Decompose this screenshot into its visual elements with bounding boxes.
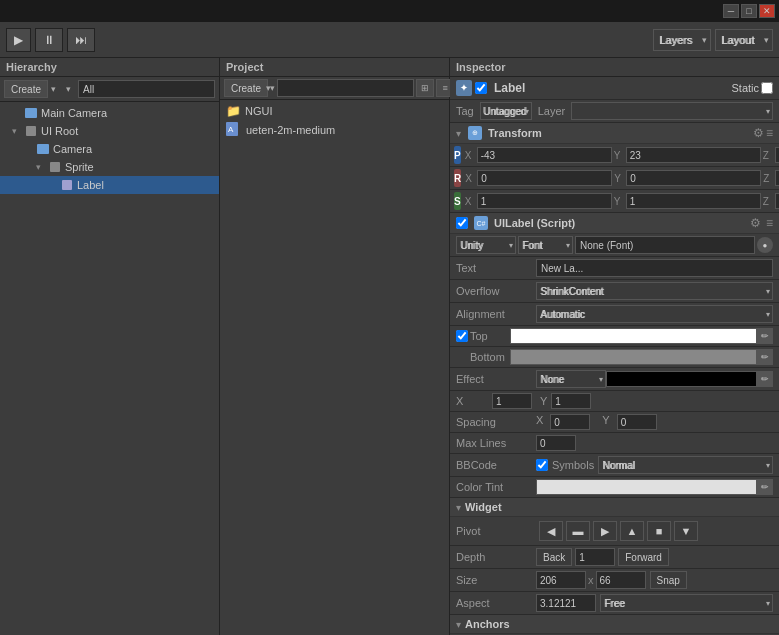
layout-dropdown[interactable]: Layout <box>715 29 773 51</box>
uilabel-icon: C# <box>474 216 488 230</box>
rotation-label[interactable]: R <box>454 169 461 187</box>
hierarchy-ui-root[interactable]: ▾ UI Root <box>0 122 219 140</box>
uilabel-settings-icon[interactable]: ⚙ <box>750 216 761 230</box>
scale-y-input[interactable] <box>626 193 761 209</box>
text-input[interactable] <box>536 259 773 277</box>
pivot-up-button[interactable]: ▲ <box>620 521 644 541</box>
sz-label: Z <box>763 196 773 207</box>
hierarchy-search-input[interactable] <box>78 80 215 98</box>
static-checkbox[interactable] <box>761 82 773 94</box>
pause-button[interactable]: ⏸ <box>35 28 63 52</box>
play-button[interactable]: ▶ <box>6 28 31 52</box>
widget-arrow: ▾ <box>456 502 461 513</box>
transform-rotation-row: R X Y Z <box>450 167 779 190</box>
hierarchy-sprite[interactable]: ▾ Sprite <box>0 158 219 176</box>
project-tree: 📁 NGUI A ueten-2m-medium <box>220 100 449 635</box>
position-x-input[interactable] <box>477 147 612 163</box>
unity-dropdown[interactable]: Unity <box>456 236 516 254</box>
x-size-input[interactable] <box>492 393 532 409</box>
layers-dropdown[interactable]: Layers <box>653 29 711 51</box>
bbcode-checkbox[interactable] <box>536 459 548 471</box>
bottom-color-box[interactable] <box>510 349 757 365</box>
colortint-picker-button[interactable]: ✏ <box>757 479 773 495</box>
alignment-dropdown[interactable]: Automatic <box>536 305 773 323</box>
colortint-color-box[interactable] <box>536 479 757 495</box>
position-y-input[interactable] <box>626 147 761 163</box>
pivot-center-button[interactable]: ▬ <box>566 521 590 541</box>
gradient-bottom-row: Bottom ✏ <box>450 347 779 368</box>
transform-menu-icon[interactable]: ≡ <box>766 126 773 140</box>
top-color-box[interactable] <box>510 328 757 344</box>
uilabel-active-checkbox[interactable] <box>456 217 468 229</box>
project-create-button[interactable]: Create <box>224 79 268 97</box>
project-search-input[interactable] <box>277 79 414 97</box>
object-active-checkbox[interactable] <box>475 82 487 94</box>
scale-label[interactable]: S <box>454 192 461 210</box>
font-pick-button[interactable]: ● <box>757 237 773 253</box>
y-size-input[interactable] <box>551 393 591 409</box>
effect-dropdown[interactable]: None <box>536 370 606 388</box>
overflow-dropdown[interactable]: ShrinkContent <box>536 282 773 300</box>
close-button[interactable]: ✕ <box>759 4 775 18</box>
sy-label: Y <box>614 196 624 207</box>
project-icon-btn-1[interactable]: ⊞ <box>416 79 434 97</box>
rotation-x-input[interactable] <box>477 170 612 186</box>
aspect-value-input[interactable] <box>536 594 596 612</box>
depth-back-button[interactable]: Back <box>536 548 572 566</box>
hierarchy-create-button[interactable]: Create <box>4 80 48 98</box>
uilabel-menu-icon[interactable]: ≡ <box>766 216 773 230</box>
aspect-type-dropdown[interactable]: Free <box>600 594 773 612</box>
depth-input[interactable] <box>575 548 615 566</box>
maximize-button[interactable]: □ <box>741 4 757 18</box>
symbols-dropdown[interactable]: Normal <box>598 456 773 474</box>
rotation-z-input[interactable] <box>775 170 779 186</box>
size-width-input[interactable] <box>536 571 586 589</box>
hierarchy-title: Hierarchy <box>6 61 57 73</box>
size-height-input[interactable] <box>596 571 646 589</box>
project-item-ngui[interactable]: 📁 NGUI <box>220 102 449 120</box>
layer-select[interactable] <box>571 102 773 120</box>
pivot-right-button[interactable]: ▶ <box>593 521 617 541</box>
font-type-dropdown[interactable]: Font <box>518 236 573 254</box>
camera-icon <box>24 106 38 120</box>
top-color-picker-button[interactable]: ✏ <box>757 328 773 344</box>
widget-header[interactable]: ▾ Widget <box>450 498 779 517</box>
camera-icon-2 <box>36 142 50 156</box>
hierarchy-create-arrow[interactable]: ▾ <box>51 84 56 94</box>
project-panel: Project Create ▾ ⊞ ≡ 📁 NGUI A ueten-2m-m… <box>220 58 450 635</box>
overflow-label: Overflow <box>456 285 536 297</box>
pivot-down-button[interactable]: ▼ <box>674 521 698 541</box>
depth-forward-button[interactable]: Forward <box>618 548 669 566</box>
pivot-middle-button[interactable]: ■ <box>647 521 671 541</box>
scale-x-input[interactable] <box>477 193 612 209</box>
hierarchy-main-camera[interactable]: Main Camera <box>0 104 219 122</box>
hierarchy-panel: Hierarchy Create ▾ Main Camera ▾ U <box>0 58 220 635</box>
colortint-label: Color Tint <box>456 481 536 493</box>
effect-color-picker-button[interactable]: ✏ <box>757 371 773 387</box>
project-item-font[interactable]: A ueten-2m-medium <box>220 120 449 140</box>
maxlines-input[interactable] <box>536 435 576 451</box>
rotation-y-input[interactable] <box>626 170 761 186</box>
hierarchy-camera[interactable]: Camera <box>0 140 219 158</box>
snap-button[interactable]: Snap <box>650 571 687 589</box>
scale-z-input[interactable] <box>775 193 779 209</box>
minimize-button[interactable]: ─ <box>723 4 739 18</box>
position-z-input[interactable] <box>775 147 779 163</box>
project-create-arrow[interactable]: ▾ <box>270 83 275 93</box>
transform-header[interactable]: ▾ ⊕ Transform ⚙ ≡ <box>450 123 779 144</box>
spacing-y-input[interactable] <box>617 414 657 430</box>
step-button[interactable]: ⏭ <box>67 28 95 52</box>
tag-select[interactable]: Untagged <box>480 102 532 120</box>
transform-settings-icon[interactable]: ⚙ <box>753 126 764 140</box>
pivot-left-button[interactable]: ◀ <box>539 521 563 541</box>
gradient-checkbox[interactable] <box>456 330 468 342</box>
uilabel-header[interactable]: C# UILabel (Script) ⚙ ≡ <box>450 213 779 234</box>
spacing-x-input[interactable] <box>550 414 590 430</box>
anchors-header[interactable]: ▾ Anchors <box>450 615 779 634</box>
transform-title: Transform <box>488 127 542 139</box>
position-label[interactable]: P <box>454 146 461 164</box>
bottom-color-picker-button[interactable]: ✏ <box>757 349 773 365</box>
uilabel-section: C# UILabel (Script) ⚙ ≡ Unity Unity <box>450 213 779 498</box>
effect-color-box[interactable] <box>606 371 757 387</box>
hierarchy-label[interactable]: Label <box>0 176 219 194</box>
